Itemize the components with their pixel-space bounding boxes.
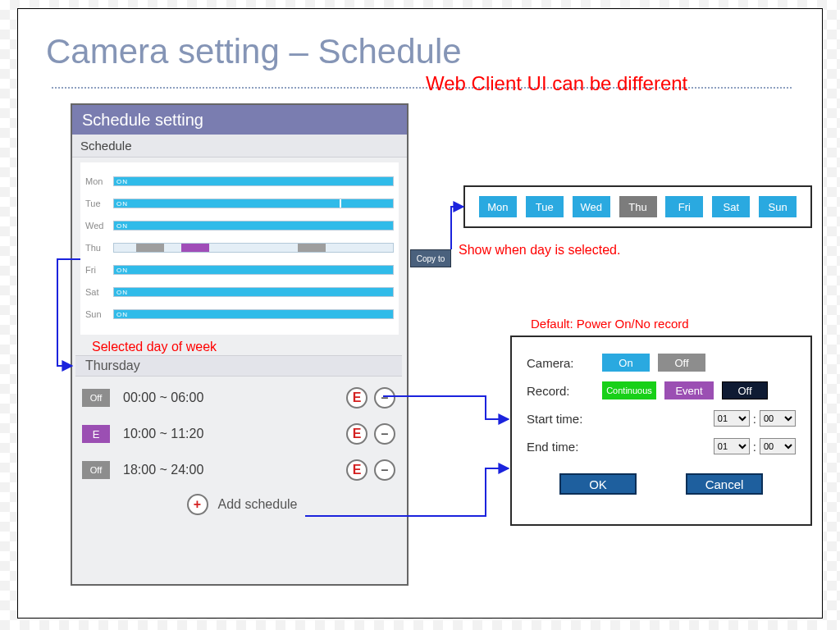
day-row-mon[interactable]: Mon ON bbox=[85, 171, 394, 191]
default-note: Default: Power On/No record bbox=[531, 317, 689, 331]
remove-button[interactable]: – bbox=[374, 423, 395, 445]
record-off-button[interactable]: Off bbox=[722, 381, 768, 399]
dialog-actions: OK Cancel bbox=[527, 473, 796, 495]
camera-row: Camera: On Off bbox=[527, 349, 796, 377]
schedule-item: Off 00:00 ~ 06:00 E – bbox=[75, 380, 402, 416]
copy-day-sun[interactable]: Sun bbox=[759, 196, 797, 217]
day-track[interactable] bbox=[113, 243, 394, 253]
mode-chip-off: Off bbox=[82, 461, 110, 479]
day-track[interactable]: ON bbox=[113, 199, 394, 208]
add-schedule-row[interactable]: + Add schedule bbox=[75, 488, 402, 521]
add-schedule-label: Add schedule bbox=[218, 497, 298, 512]
time-range: 18:00 ~ 24:00 bbox=[123, 463, 340, 477]
record-event-button[interactable]: Event bbox=[664, 381, 714, 399]
copy-day-wed[interactable]: Wed bbox=[573, 196, 610, 217]
start-minute-select[interactable]: 00 bbox=[760, 410, 796, 427]
week-overview: Mon ON Tue ON Wed ON bbox=[80, 162, 399, 335]
warning-note: Web Client UI can be different bbox=[426, 71, 737, 97]
edit-dialog: Camera: On Off Record: Continuous Event … bbox=[510, 336, 812, 526]
slide: Camera setting – Schedule Web Client UI … bbox=[17, 8, 823, 619]
end-time-label: End time: bbox=[527, 440, 617, 454]
copy-to-button[interactable]: Copy to bbox=[410, 249, 451, 267]
schedule-item: Off 18:00 ~ 24:00 E – bbox=[75, 452, 402, 488]
detail-header: Thursday bbox=[75, 355, 402, 377]
plus-icon[interactable]: + bbox=[187, 494, 208, 515]
edit-button[interactable]: E bbox=[346, 387, 368, 409]
start-hour-select[interactable]: 01 bbox=[714, 410, 750, 427]
mode-chip-event: E bbox=[82, 425, 110, 443]
day-track[interactable]: ON bbox=[113, 265, 394, 275]
end-minute-select[interactable]: 00 bbox=[760, 438, 796, 454]
day-row-thu[interactable]: Thu bbox=[85, 238, 394, 258]
day-track[interactable]: ON bbox=[113, 287, 394, 297]
end-hour-select[interactable]: 01 bbox=[714, 438, 750, 454]
camera-label: Camera: bbox=[527, 356, 594, 370]
edit-button[interactable]: E bbox=[346, 459, 368, 481]
day-label: Thu bbox=[85, 243, 113, 253]
record-label: Record: bbox=[527, 384, 594, 398]
copy-day-thu[interactable]: Thu bbox=[619, 196, 657, 217]
camera-off-button[interactable]: Off bbox=[658, 354, 705, 372]
cancel-button[interactable]: Cancel bbox=[686, 473, 763, 495]
ok-button[interactable]: OK bbox=[559, 473, 637, 495]
record-continuous-button[interactable]: Continuous bbox=[602, 381, 656, 399]
record-row: Record: Continuous Event Off bbox=[527, 377, 796, 404]
copy-day-sat[interactable]: Sat bbox=[712, 196, 750, 217]
day-row-sat[interactable]: Sat ON bbox=[85, 282, 394, 302]
schedule-subheader: Schedule bbox=[72, 135, 407, 158]
day-label: Mon bbox=[85, 176, 113, 186]
selected-day-note: Selected day of week bbox=[92, 340, 217, 354]
start-time-row: Start time: 01 : 00 bbox=[527, 404, 796, 432]
detail-list: Off 00:00 ~ 06:00 E – E 10:00 ~ 11:20 E … bbox=[75, 380, 402, 521]
remove-button[interactable]: – bbox=[374, 459, 395, 481]
copy-day-mon[interactable]: Mon bbox=[479, 196, 517, 217]
camera-on-button[interactable]: On bbox=[602, 354, 650, 372]
show-when-note: Show when day is selected. bbox=[459, 243, 620, 258]
edit-button[interactable]: E bbox=[346, 423, 368, 445]
day-row-wed[interactable]: Wed ON bbox=[85, 216, 394, 235]
day-track[interactable]: ON bbox=[113, 309, 394, 319]
schedule-item: E 10:00 ~ 11:20 E – bbox=[75, 416, 402, 452]
day-label: Tue bbox=[85, 199, 113, 208]
day-row-fri[interactable]: Fri ON bbox=[85, 260, 394, 280]
day-label: Sat bbox=[85, 287, 113, 297]
copy-to-strip: Mon Tue Wed Thu Fri Sat Sun bbox=[463, 185, 812, 228]
time-range: 00:00 ~ 06:00 bbox=[123, 390, 340, 405]
day-track[interactable]: ON bbox=[113, 176, 394, 186]
day-label: Fri bbox=[85, 265, 113, 275]
start-time-label: Start time: bbox=[527, 412, 617, 426]
copy-day-fri[interactable]: Fri bbox=[665, 196, 703, 217]
end-time-row: End time: 01 : 00 bbox=[527, 432, 796, 460]
day-label: Sun bbox=[85, 309, 113, 319]
copy-day-tue[interactable]: Tue bbox=[526, 196, 564, 217]
page-title: Camera setting – Schedule bbox=[46, 32, 462, 71]
mode-chip-off: Off bbox=[82, 389, 110, 407]
day-row-sun[interactable]: Sun ON bbox=[85, 304, 394, 324]
schedule-panel-header: Schedule setting bbox=[72, 105, 407, 135]
day-row-tue[interactable]: Tue ON bbox=[85, 194, 394, 213]
remove-button[interactable]: – bbox=[374, 387, 395, 409]
time-range: 10:00 ~ 11:20 bbox=[123, 427, 340, 441]
day-track[interactable]: ON bbox=[113, 221, 394, 231]
day-label: Wed bbox=[85, 221, 113, 231]
